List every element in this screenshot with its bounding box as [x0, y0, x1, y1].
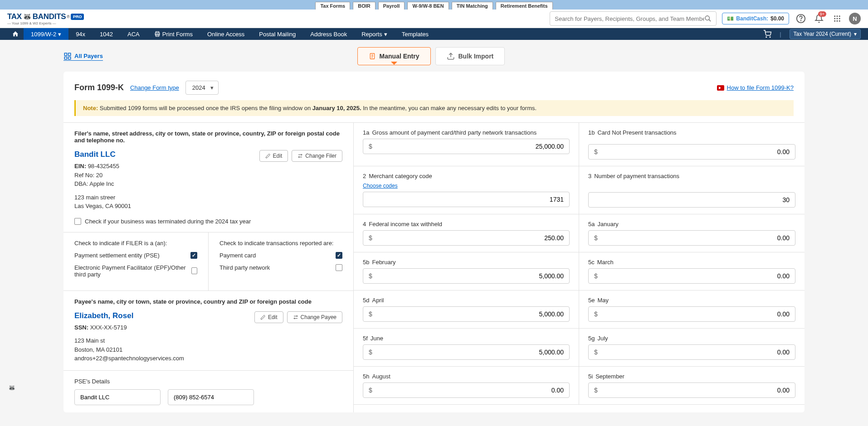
nav-reports[interactable]: Reports ▾: [354, 28, 395, 40]
pencil-icon: [265, 153, 271, 159]
box-3-input[interactable]: [588, 192, 795, 208]
tax-year-select[interactable]: Tax Year 2024 (Current) ▾: [790, 29, 861, 39]
top-tab-bar: Tax Forms BOIR Payroll W-9/W-8 BEN TIN M…: [0, 0, 868, 10]
svg-point-0: [705, 16, 709, 20]
header: TAX 🦝 BANDITS ® PRO — Your 1099 & W2 Exp…: [0, 10, 868, 28]
search-box[interactable]: [550, 11, 717, 26]
nav-templates[interactable]: Templates: [395, 28, 436, 40]
grid-icon: [63, 52, 72, 60]
avatar[interactable]: N: [849, 13, 861, 24]
payment-card-checkbox[interactable]: [336, 252, 342, 259]
help-icon[interactable]: [795, 12, 807, 25]
svg-point-16: [766, 37, 767, 38]
epf-checkbox[interactable]: [191, 267, 197, 274]
top-tab-tax-forms[interactable]: Tax Forms: [315, 2, 350, 10]
logo-text-bandits: BANDITS: [33, 12, 66, 21]
chevron-down-icon: ▾: [384, 31, 387, 38]
box-5f-input[interactable]: [378, 349, 569, 356]
nav-address-book[interactable]: Address Book: [303, 28, 354, 40]
chevron-down-icon: ▾: [854, 31, 857, 37]
nav-home[interactable]: [7, 28, 24, 40]
nav-aca[interactable]: ACA: [120, 28, 147, 40]
logo-subtitle: — Your 1099 & W2 Experts —: [7, 21, 84, 25]
box-2-input[interactable]: [363, 192, 570, 207]
svg-point-17: [770, 37, 770, 38]
form-title: Form 1099-K: [74, 83, 124, 92]
how-to-file-link[interactable]: How to file Form 1099-K?: [717, 84, 794, 91]
top-tab-tin[interactable]: TIN Matching: [452, 2, 493, 10]
svg-point-5: [837, 15, 838, 17]
year-select[interactable]: 2024: [185, 81, 219, 95]
search-icon[interactable]: [704, 15, 712, 22]
box-5g-input[interactable]: [603, 349, 795, 356]
svg-point-7: [834, 18, 835, 19]
box-4-input[interactable]: [378, 234, 569, 242]
nav-1099-w2[interactable]: 1099/W-2 ▾: [24, 28, 68, 40]
box-5b-input[interactable]: [378, 272, 569, 280]
nav-bar: 1099/W-2 ▾ 94x 1042 ACA Print Forms Onli…: [0, 28, 868, 40]
choose-codes-link[interactable]: Choose codes: [363, 183, 398, 189]
nav-94x[interactable]: 94x: [68, 28, 93, 40]
svg-rect-19: [68, 53, 71, 55]
note-banner: Note: Submitted 1099 forms will be proce…: [74, 100, 794, 116]
edit-filer-button[interactable]: Edit: [259, 150, 288, 162]
search-input[interactable]: [555, 15, 704, 22]
change-filer-button[interactable]: Change Filer: [292, 150, 342, 162]
box-1a-input[interactable]: [378, 143, 569, 150]
box-5h-input[interactable]: [378, 387, 569, 394]
top-tab-payroll[interactable]: Payroll: [378, 2, 405, 10]
terminated-checkbox[interactable]: [74, 218, 81, 225]
svg-point-8: [837, 18, 838, 19]
svg-point-6: [839, 15, 840, 17]
filer-section: Filer's name, street address, city or to…: [63, 123, 353, 232]
notifications-icon[interactable]: 9+: [813, 12, 825, 25]
cart-icon[interactable]: [763, 30, 771, 38]
box-5a-input[interactable]: [603, 234, 795, 242]
logo[interactable]: TAX 🦝 BANDITS ® PRO — Your 1099 & W2 Exp…: [7, 12, 84, 25]
tab-manual-entry[interactable]: Manual Entry: [357, 47, 431, 65]
all-payers-link[interactable]: All Payers: [63, 52, 103, 61]
nav-print-forms[interactable]: Print Forms: [147, 28, 200, 40]
change-form-type-link[interactable]: Change Form type: [130, 84, 179, 91]
mascot-icon[interactable]: 🦝: [8, 384, 27, 403]
indicate-section: Check to indicate if FILER is a (an): Pa…: [63, 232, 353, 291]
svg-rect-18: [64, 53, 67, 55]
printer-icon: [154, 31, 161, 37]
svg-point-10: [834, 20, 835, 22]
box-5d-input[interactable]: [378, 310, 569, 318]
apps-grid-icon[interactable]: [831, 12, 844, 25]
edit-payee-button[interactable]: Edit: [254, 311, 283, 323]
swap-icon: [293, 315, 298, 320]
bandit-cash-button[interactable]: 💵 BanditCash: $0.00: [722, 13, 789, 24]
nav-1042[interactable]: 1042: [93, 28, 120, 40]
pse-checkbox[interactable]: [190, 252, 197, 259]
notification-badge: 9+: [818, 11, 826, 17]
box-5c-input[interactable]: [603, 272, 795, 280]
filer-name: Bandit LLC: [74, 150, 131, 159]
nav-postal-mailing[interactable]: Postal Mailing: [252, 28, 303, 40]
pse-name-input[interactable]: [74, 389, 161, 405]
logo-mask-icon: 🦝: [23, 12, 32, 21]
svg-line-1: [709, 19, 711, 21]
tab-bulk-import[interactable]: Bulk Import: [435, 47, 505, 65]
pencil-icon: [260, 315, 266, 320]
payee-name: Elizabeth, Rosel: [74, 311, 184, 320]
top-tab-retirement[interactable]: Retirement Benefits: [496, 2, 553, 10]
nav-online-access[interactable]: Online Access: [200, 28, 252, 40]
third-party-checkbox[interactable]: [336, 264, 342, 271]
cash-icon: 💵: [727, 15, 734, 22]
pse-phone-input[interactable]: [168, 389, 254, 405]
top-tab-boir[interactable]: BOIR: [353, 2, 375, 10]
upload-icon: [447, 52, 455, 60]
document-icon: [369, 53, 376, 60]
box-1b-input[interactable]: [603, 148, 795, 155]
form-card: Form 1099-K Change Form type 2024 How to…: [63, 72, 805, 412]
box-5e-input[interactable]: [603, 310, 795, 318]
chevron-down-icon: ▾: [58, 31, 61, 38]
svg-point-12: [839, 20, 840, 22]
change-payee-button[interactable]: Change Payee: [287, 311, 342, 323]
pro-badge: PRO: [71, 14, 84, 20]
box-5i-input[interactable]: [603, 387, 795, 394]
svg-point-3: [801, 20, 801, 21]
top-tab-w9[interactable]: W-9/W-8 BEN: [407, 2, 449, 10]
